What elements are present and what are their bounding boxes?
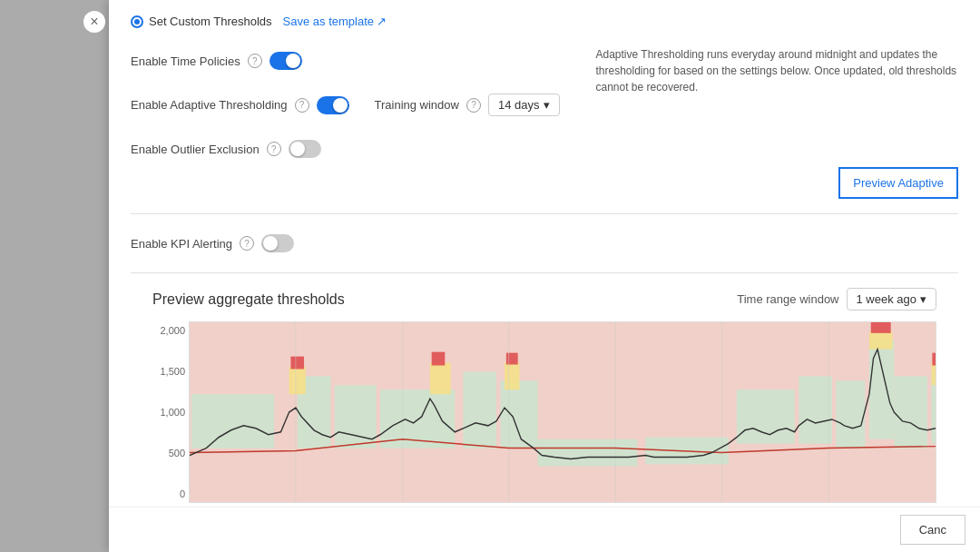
svg-rect-22 bbox=[506, 353, 518, 365]
y-label-1500: 1,500 bbox=[160, 366, 185, 377]
cancel-label: Canc bbox=[919, 523, 946, 537]
training-window-help-icon[interactable]: ? bbox=[466, 98, 481, 113]
external-link-icon: ↗ bbox=[377, 15, 387, 28]
adaptive-thresholding-toggle-thumb bbox=[333, 98, 348, 113]
svg-rect-1 bbox=[191, 394, 274, 448]
svg-rect-7 bbox=[538, 439, 638, 467]
y-label-500: 500 bbox=[169, 448, 185, 458]
divider-1 bbox=[131, 213, 958, 214]
time-policies-toggle[interactable] bbox=[270, 52, 302, 70]
preview-adaptive-button[interactable]: Preview Adaptive bbox=[838, 167, 958, 199]
time-range-value: 1 week ago bbox=[857, 292, 917, 306]
svg-rect-11 bbox=[836, 380, 865, 448]
time-policies-label: Enable Time Policies bbox=[131, 54, 240, 68]
divider-2 bbox=[131, 272, 958, 273]
svg-rect-24 bbox=[932, 353, 936, 366]
chart-wrapper: 2,000 1,500 1,000 500 0 bbox=[152, 321, 936, 507]
kpi-alerting-label: Enable KPI Alerting bbox=[131, 237, 232, 251]
kpi-alerting-toggle-thumb bbox=[263, 236, 278, 251]
svg-rect-15 bbox=[289, 368, 306, 395]
adaptive-info-text: Adaptive Thresholding runs everyday arou… bbox=[596, 46, 959, 95]
time-policies-row: Enable Time Policies ? bbox=[131, 46, 560, 75]
y-label-2000: 2,000 bbox=[160, 325, 185, 336]
modal-footer: Canc bbox=[109, 507, 980, 552]
chart-area-wrapper: May 25 Thu May 26 Fri May 27 Sat May 28 … bbox=[189, 321, 936, 507]
radio-dot bbox=[131, 15, 143, 28]
preview-header: Preview aggregate thresholds Time range … bbox=[152, 288, 936, 310]
svg-rect-4 bbox=[380, 389, 455, 448]
svg-rect-21 bbox=[432, 352, 446, 366]
kpi-alerting-toggle[interactable] bbox=[261, 234, 294, 252]
save-template-label: Save as template bbox=[283, 15, 374, 28]
outlier-exclusion-toggle-thumb bbox=[290, 142, 305, 156]
time-range-control: Time range window 1 week ago ▾ bbox=[737, 288, 936, 310]
preview-title: Preview aggregate thresholds bbox=[152, 291, 345, 308]
kpi-alerting-help-icon[interactable]: ? bbox=[240, 236, 254, 251]
y-label-1000: 1,000 bbox=[160, 407, 185, 418]
outlier-exclusion-toggle[interactable] bbox=[289, 140, 321, 158]
kpi-alerting-row: Enable KPI Alerting ? bbox=[131, 229, 958, 258]
svg-rect-10 bbox=[799, 376, 832, 443]
training-window-value: 14 days bbox=[498, 98, 540, 112]
modal-panel: × Set Custom Thresholds Save as template… bbox=[109, 0, 980, 552]
cancel-button[interactable]: Canc bbox=[900, 515, 965, 545]
save-template-link[interactable]: Save as template ↗ bbox=[283, 15, 387, 28]
svg-rect-20 bbox=[290, 357, 304, 370]
set-custom-thresholds-label: Set Custom Thresholds bbox=[149, 15, 272, 28]
adaptive-thresholding-toggle[interactable] bbox=[317, 96, 349, 114]
x-axis-labels: May 25 Thu May 26 Fri May 27 Sat May 28 … bbox=[189, 503, 936, 507]
adaptive-settings-col: Enable Time Policies ? Enable Adaptive T… bbox=[131, 46, 560, 163]
svg-rect-16 bbox=[430, 363, 451, 395]
svg-rect-19 bbox=[931, 363, 936, 386]
y-axis-labels: 2,000 1,500 1,000 500 0 bbox=[152, 321, 189, 503]
outlier-exclusion-help-icon[interactable]: ? bbox=[267, 142, 281, 156]
modal-content: Set Custom Thresholds Save as template ↗… bbox=[109, 0, 980, 507]
training-window-dropdown[interactable]: 14 days ▾ bbox=[488, 94, 560, 116]
adaptive-thresholding-label: Enable Adaptive Thresholding bbox=[131, 98, 288, 112]
svg-rect-6 bbox=[501, 380, 538, 448]
time-policies-toggle-thumb bbox=[286, 54, 300, 68]
svg-rect-18 bbox=[869, 331, 893, 350]
close-icon: × bbox=[90, 14, 98, 30]
svg-rect-12 bbox=[869, 340, 894, 439]
svg-rect-17 bbox=[505, 363, 519, 390]
svg-rect-13 bbox=[894, 376, 927, 448]
close-button[interactable]: × bbox=[83, 11, 105, 33]
header-row: Set Custom Thresholds Save as template ↗ bbox=[131, 15, 958, 28]
svg-rect-9 bbox=[737, 389, 795, 443]
time-policies-help-icon[interactable]: ? bbox=[248, 54, 262, 68]
adaptive-thresholding-help-icon[interactable]: ? bbox=[295, 98, 309, 113]
adaptive-info-text-container: Adaptive Thresholding runs everyday arou… bbox=[596, 46, 959, 95]
training-window-label: Training window bbox=[375, 98, 459, 112]
adaptive-thresholding-row: Enable Adaptive Thresholding ? Training … bbox=[131, 88, 560, 122]
svg-rect-23 bbox=[871, 322, 891, 333]
time-range-dropdown[interactable]: 1 week ago ▾ bbox=[847, 288, 937, 310]
time-range-chevron: ▾ bbox=[920, 292, 926, 306]
time-range-label: Time range window bbox=[737, 292, 838, 306]
chart-svg bbox=[190, 322, 936, 502]
set-custom-thresholds-radio[interactable]: Set Custom Thresholds bbox=[131, 15, 272, 28]
outlier-exclusion-label: Enable Outlier Exclusion bbox=[131, 143, 260, 156]
y-label-0: 0 bbox=[180, 488, 185, 499]
outlier-exclusion-row: Enable Outlier Exclusion ? bbox=[131, 134, 560, 163]
training-window-chevron: ▾ bbox=[544, 98, 550, 112]
adaptive-info-row: Enable Time Policies ? Enable Adaptive T… bbox=[131, 46, 958, 163]
preview-section: Preview aggregate thresholds Time range … bbox=[131, 288, 958, 507]
chart-container bbox=[189, 321, 936, 503]
svg-rect-5 bbox=[463, 371, 496, 448]
